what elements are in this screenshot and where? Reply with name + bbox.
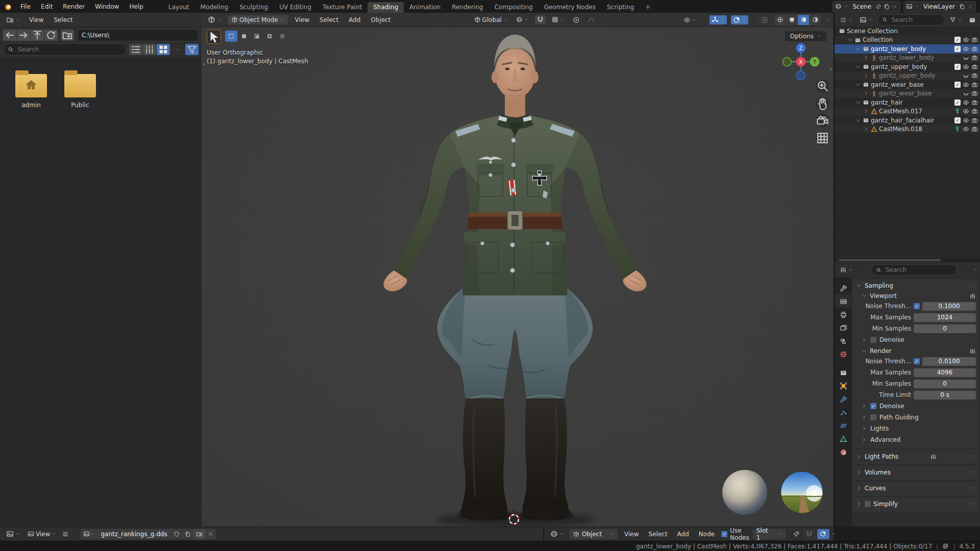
menu-edit[interactable]: Edit [36, 0, 58, 13]
outliner-search-input[interactable] [891, 16, 940, 24]
active-tool-tweak[interactable] [207, 30, 221, 44]
properties-search-input[interactable] [885, 266, 952, 274]
simplify-section-header[interactable]: Simplify :::: [856, 499, 976, 509]
vp-noise-threshold-checkbox[interactable] [914, 303, 920, 309]
sidebar-collapse-arrow[interactable]: ‹ [830, 66, 832, 72]
shading-material-preview-button[interactable] [798, 15, 809, 25]
vp-noise-threshold-value[interactable]: 0.1000 [922, 302, 976, 311]
tab-compositing[interactable]: Compositing [488, 2, 538, 13]
duplicate-datablock-icon[interactable] [182, 529, 193, 539]
vp-min-samples-value[interactable]: 0 [914, 324, 976, 333]
filter-toggle[interactable] [185, 44, 199, 55]
tab-object[interactable] [835, 379, 852, 392]
expand-icon[interactable] [855, 64, 861, 70]
fb-search[interactable] [3, 43, 126, 56]
shader-type-selector[interactable]: Object [570, 529, 618, 539]
menu-file[interactable]: File [15, 0, 36, 13]
toolbar-expand-arrow[interactable]: › [203, 61, 205, 67]
vp-menu-view[interactable]: View [292, 15, 312, 24]
tab-view-layer[interactable] [835, 321, 852, 334]
sh-menu-node[interactable]: Node [696, 530, 718, 539]
outliner-row-castmesh-018[interactable]: CastMesh.018 [835, 125, 980, 134]
image-name[interactable]: gantz_rankings_g.dds [97, 531, 170, 538]
select-mode-tweak[interactable] [225, 31, 237, 42]
shading-rendered-button[interactable] [810, 15, 821, 25]
tab-material[interactable] [835, 445, 852, 459]
tab-animation[interactable]: Animation [404, 2, 446, 13]
mode-selector[interactable]: Object Mode [228, 15, 288, 24]
display-vertical-list-button[interactable] [129, 44, 142, 55]
lights-subsection[interactable]: Lights [856, 423, 976, 434]
vp-menu-add[interactable]: Add [346, 15, 363, 24]
select-mode-box[interactable] [238, 31, 250, 42]
render-camera-icon[interactable] [971, 91, 978, 167]
tab-layout[interactable]: Layout [163, 2, 195, 13]
sh-menu-select[interactable]: Select [646, 530, 671, 539]
expand-icon[interactable] [847, 37, 853, 43]
tab-modifiers[interactable] [835, 392, 852, 406]
pivot-point-dropdown[interactable] [514, 15, 531, 24]
options-dropdown[interactable]: Options [785, 31, 826, 41]
select-mode-circle[interactable] [251, 31, 263, 42]
menu-window[interactable]: Window [90, 0, 124, 13]
tab-texture-paint[interactable]: Texture Paint [317, 2, 368, 13]
render-time-limit-value[interactable]: 0 s [914, 391, 976, 399]
tab-object-data[interactable] [835, 432, 852, 445]
pin-icon[interactable] [793, 531, 800, 537]
overlay-dropdown[interactable] [831, 532, 836, 536]
pin-icon[interactable] [875, 4, 881, 10]
orthographic-grid-button[interactable] [816, 131, 829, 145]
vp-denoise-toggle[interactable]: Denoise [856, 334, 976, 345]
editor-type-file-browser[interactable] [4, 15, 22, 24]
sampling-section-header[interactable]: Sampling :::: [856, 281, 976, 290]
copy-icon[interactable] [884, 4, 890, 10]
image-mode-selector[interactable]: View [26, 530, 58, 539]
curves-section-header[interactable]: Curves :::: [856, 484, 976, 493]
outliner-filter-dropdown[interactable] [947, 15, 964, 24]
tab-uv-editing[interactable]: UV Editing [274, 2, 317, 13]
expand-icon[interactable] [863, 126, 869, 132]
render-max-samples-value[interactable]: 4096 [914, 368, 976, 377]
refresh-button[interactable] [44, 30, 58, 41]
navigation-gizmo[interactable]: Z Y X [781, 42, 820, 81]
expand-icon[interactable] [863, 55, 869, 61]
open-image-folder-icon[interactable] [193, 529, 205, 539]
tab-modeling[interactable]: Modeling [195, 2, 234, 13]
expand-icon[interactable] [855, 82, 861, 88]
snap-settings-dropdown[interactable] [550, 15, 567, 24]
expand-icon[interactable] [863, 108, 869, 114]
tab-sculpting[interactable]: Sculpting [234, 2, 274, 13]
expand-icon[interactable] [863, 72, 869, 79]
scene-selector[interactable]: Scene [832, 1, 900, 12]
properties-options-dropdown[interactable] [973, 267, 978, 272]
expand-icon[interactable] [863, 90, 869, 96]
viewport-3d[interactable]: Object Mode View Select Add Object Globa… [202, 13, 834, 527]
new-folder-button[interactable] [61, 30, 74, 41]
menu-help[interactable]: Help [124, 0, 148, 13]
vp-menu-select[interactable]: Select [316, 15, 341, 24]
blender-logo-icon[interactable] [0, 3, 15, 11]
select-mode-extra[interactable] [276, 31, 288, 42]
display-settings-dropdown[interactable] [173, 44, 182, 55]
tab-geometry-nodes[interactable]: Geometry Nodes [538, 2, 601, 13]
pan-hand-button[interactable] [816, 96, 829, 110]
menu-render[interactable]: Render [58, 0, 90, 13]
image-browse-dropdown[interactable] [81, 529, 97, 539]
snap-toggle[interactable] [535, 15, 546, 24]
fb-menu-select[interactable]: Select [51, 15, 76, 24]
viewport-subsection-header[interactable]: Viewport [856, 290, 976, 300]
fb-menu-view[interactable]: View [26, 15, 46, 24]
add-workspace-button[interactable]: + [640, 2, 656, 13]
render-denoise-checkbox[interactable] [870, 403, 876, 409]
expand-icon[interactable] [855, 99, 861, 106]
path-field[interactable]: C:\Users\ [77, 29, 199, 41]
display-thumbnails-button[interactable] [157, 44, 170, 55]
tab-world[interactable] [835, 347, 852, 361]
render-denoise-toggle[interactable]: Denoise [856, 400, 976, 412]
render-noise-threshold-checkbox[interactable] [914, 358, 920, 364]
camera-view-button[interactable] [816, 114, 829, 128]
snap-node-icon[interactable] [803, 529, 816, 539]
fake-user-shield-icon[interactable] [171, 529, 182, 539]
shading-dropdown[interactable] [825, 17, 829, 22]
image-menus-icon[interactable] [62, 531, 69, 538]
